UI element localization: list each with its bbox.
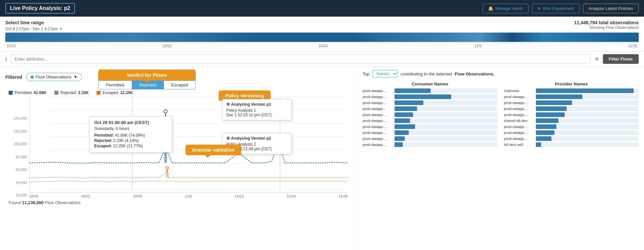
- date-1029: 10/29: [319, 44, 328, 48]
- bar-background: [394, 94, 497, 99]
- timeline-dates: 10/15 10/22 10/29 11/5 11/26: [5, 43, 639, 49]
- bar-item-name: prod-siwapp-...: [504, 125, 534, 129]
- escaped-spike-dot: [166, 167, 169, 169]
- chevron-down-icon: ▼: [73, 74, 78, 79]
- bar-background: [394, 142, 497, 147]
- bar-item: prod-siwapp-...: [504, 106, 639, 111]
- bar-item-name: prod-siwapp-...: [504, 95, 534, 99]
- verdict-tab-escaped[interactable]: Escaped: [164, 81, 195, 89]
- bar-background: [394, 112, 497, 117]
- bar-item: prod-siwapp-...: [363, 118, 497, 123]
- bar-item: prod-siwapp-...: [504, 130, 639, 135]
- time-range-dropdown-arrow[interactable]: ▼: [59, 27, 63, 31]
- date-1022: 10/22: [163, 44, 172, 48]
- top-contributing-row: Top Names contributing to the selected F…: [363, 70, 639, 77]
- bar-item: prod-siwapp-...: [363, 94, 497, 99]
- bar-fill: [536, 142, 541, 147]
- left-panel: Filtered Flow Observations ▼ Verdict for…: [5, 70, 357, 250]
- bar-fill: [536, 106, 567, 111]
- bar-fill: [536, 88, 634, 93]
- bar-background: [536, 142, 639, 147]
- legend-permitted: Permitted 41.69K: [9, 90, 46, 95]
- date-1015: 10/15: [7, 44, 16, 48]
- bar-background: [394, 88, 497, 93]
- bar-item-name: shared-db-dev: [504, 119, 534, 123]
- bar-fill: [536, 94, 582, 99]
- names-dropdown[interactable]: Names: [372, 70, 398, 77]
- filter-flows-button[interactable]: Filter Flows: [603, 54, 639, 64]
- bar-item: shared-db-dev: [504, 118, 639, 123]
- bar-fill: [394, 124, 415, 129]
- bar-fill: [394, 106, 417, 111]
- x-axis: 10/15 10/22 10/29 11/5 11/12 11/19 11/26: [29, 193, 348, 199]
- gear-icon-1: ⚙: [226, 102, 230, 107]
- bar-fill: [536, 100, 572, 105]
- chart-area[interactable]: Oct 29 01:00:00 am (CEST) Granularity: 6…: [29, 96, 348, 193]
- total-observations: 11,449,794 total observations Showing Fl…: [574, 20, 639, 30]
- bar-item-name: prod-siwapp-...: [363, 137, 393, 141]
- bar-item: prod-siwapp-...: [363, 106, 497, 111]
- run-experiment-button[interactable]: ✈ Run Experiment: [532, 4, 580, 13]
- filter-input[interactable]: [11, 54, 591, 64]
- bar-item-name: prod-siwapp-...: [504, 113, 534, 117]
- close-icon[interactable]: ✕: [595, 56, 599, 62]
- flow-observations-button[interactable]: Flow Observations ▼: [26, 73, 82, 81]
- bar-background: [394, 130, 497, 135]
- header-buttons: 🔔 Manage Alerts ✈ Run Experiment Analyze…: [482, 4, 639, 13]
- analyze-policies-button[interactable]: Analyze Latest Policies: [583, 4, 639, 13]
- x-label-1015: 10/15: [29, 194, 38, 198]
- gear-icon-2: ⚙: [226, 136, 230, 141]
- bell-icon: 🔔: [488, 6, 493, 11]
- bar-item-name: Unknown: [504, 89, 534, 93]
- bar-item: prod-siwapp-...: [363, 124, 497, 129]
- bar-background: [536, 118, 639, 123]
- filtered-label: Filtered: [5, 74, 22, 80]
- bar-item-name: prod-siwapp-...: [363, 131, 393, 135]
- granular-validation-tooltip: Granular validation: [185, 145, 241, 155]
- legend-rejected: Rejected 2.33K: [54, 90, 89, 95]
- bar-item-name: prod-siwapp-...: [504, 101, 534, 105]
- bar-fill: [394, 142, 403, 147]
- bar-item-name: prod-siwapp-...: [504, 131, 534, 135]
- chart-container: 140,000 120,000 100,000 80,000 60,000 40…: [9, 96, 357, 199]
- bar-background: [394, 136, 497, 141]
- date-115: 11/5: [474, 44, 481, 48]
- bar-background: [536, 130, 639, 135]
- bar-item-name: prod-siwapp-...: [363, 95, 393, 99]
- verdict-tooltip: Verdict for Flows: [98, 69, 196, 80]
- bar-item-name: prod-siwapp-...: [363, 125, 393, 129]
- bar-item: prod-siwapp-...: [363, 88, 497, 93]
- bar-background: [394, 124, 497, 129]
- x-label-1022: 10/22: [81, 194, 90, 198]
- date-1126: 11/26: [628, 44, 637, 48]
- timeline[interactable]: 10/15 10/22 10/29 11/5 11/26: [5, 33, 639, 49]
- manage-alerts-button[interactable]: 🔔 Manage Alerts: [482, 4, 529, 13]
- legend: Permitted 41.69K Rejected 2.33K Escaped …: [9, 90, 357, 95]
- send-icon: ✈: [537, 6, 541, 11]
- x-label-1126: 11/26: [338, 194, 348, 198]
- bar-item-name: prod-siwapp-...: [504, 107, 534, 111]
- time-range-selector[interactable]: Oct 9 1:27pm - Dec 1 4:27pm ▼: [5, 27, 63, 31]
- bar-item: prod-siwapp-...: [504, 100, 639, 105]
- permitted-dot: [9, 91, 13, 95]
- version-box-1: ⚙ Analysing Version p1 Policy Analysis 1…: [222, 99, 292, 120]
- bar-item: prod-siwapp-...: [504, 112, 639, 117]
- x-label-1112: 11/12: [235, 194, 244, 198]
- bar-item-name: prod-siwapp-...: [363, 119, 393, 123]
- bar-background: [536, 112, 639, 117]
- spike-dot: [164, 110, 167, 113]
- right-panel: Top Names contributing to the selected F…: [357, 70, 639, 250]
- bar-item: prod-siwapp-...: [363, 100, 497, 105]
- verdict-tab-permitted[interactable]: Permitted: [99, 81, 132, 89]
- bar-item-name: prod-siwapp-...: [363, 143, 393, 147]
- bar-col-title-1: Provider Names: [504, 81, 639, 86]
- x-label-1119: 11/19: [287, 194, 296, 198]
- rejected-line: [30, 181, 348, 182]
- filtered-row: Filtered Flow Observations ▼: [5, 73, 82, 81]
- bar-background: [394, 118, 497, 123]
- chart-tooltip: Oct 29 01:00:00 am (CEST) Granularity: 6…: [89, 116, 172, 153]
- bar-item: Unknown: [504, 88, 639, 93]
- bar-item-name: h4-dmz-ad1: [504, 143, 534, 147]
- bar-background: [536, 88, 639, 93]
- escaped-line: [30, 170, 348, 178]
